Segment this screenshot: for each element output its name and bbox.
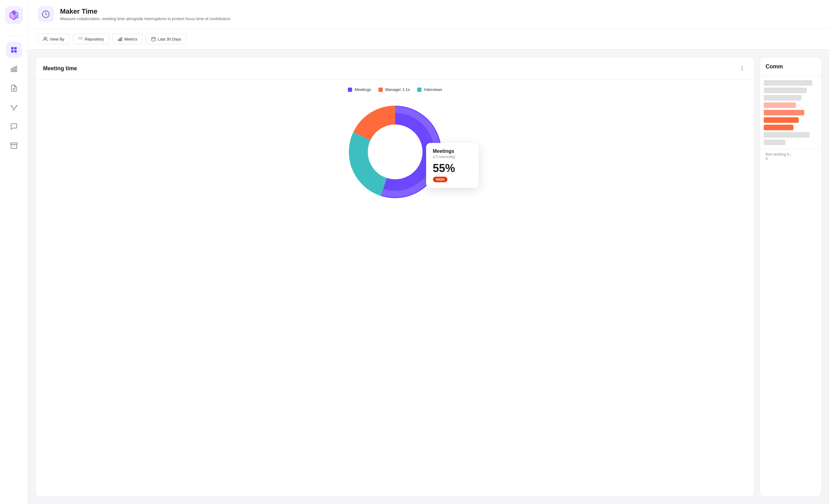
- legend-dot-interviews: [417, 87, 422, 92]
- svg-rect-1: [14, 47, 17, 49]
- bar-row: [764, 117, 799, 123]
- bar-row: [764, 102, 796, 108]
- toolbar: View By Repository Metrics: [28, 29, 829, 49]
- bar-chart-icon: [10, 65, 17, 73]
- svg-point-27: [742, 68, 742, 69]
- three-dots-icon: [739, 65, 745, 71]
- sidebar: [0, 0, 28, 504]
- tooltip-sublabel: 4.5 hours/day: [433, 155, 472, 159]
- svg-point-28: [742, 70, 742, 71]
- legend-item-interviews: Interviews: [417, 87, 442, 92]
- content-area: Meeting time Meetings: [28, 49, 829, 504]
- bar-row: [764, 132, 809, 138]
- card-menu-button[interactable]: [737, 64, 747, 73]
- view-by-label: View By: [50, 37, 64, 41]
- header-icon-box: [38, 6, 54, 22]
- sidebar-item-reports[interactable]: [6, 80, 22, 96]
- file-icon: [10, 84, 17, 92]
- header-text-block: Maker Time Measure collaboration, meetin…: [60, 7, 230, 21]
- bar-row: [764, 110, 804, 115]
- sidebar-item-achievements[interactable]: [6, 99, 22, 115]
- svg-rect-22: [152, 37, 155, 41]
- comms-card-bottom: Non working h... 0: [760, 149, 821, 164]
- svg-rect-16: [79, 39, 79, 40]
- svg-rect-17: [80, 39, 81, 40]
- svg-rect-5: [13, 67, 14, 72]
- svg-rect-6: [15, 66, 17, 72]
- page-subtitle: Measure collaboration, meeting time alon…: [60, 16, 230, 21]
- repository-icon: [78, 37, 83, 41]
- svg-rect-20: [120, 38, 121, 41]
- bar-row: [764, 95, 801, 101]
- sidebar-divider-top: [6, 36, 22, 36]
- sidebar-item-dashboard[interactable]: [6, 42, 22, 58]
- svg-rect-19: [118, 39, 119, 41]
- main-content: Maker Time Measure collaboration, meetin…: [28, 0, 829, 504]
- logo[interactable]: [5, 6, 23, 24]
- svg-rect-0: [11, 47, 13, 49]
- repository-button[interactable]: Repository: [73, 34, 109, 44]
- legend-dot-manager-1-1s: [379, 87, 383, 92]
- calendar-icon: [151, 37, 156, 41]
- legend-item-meetings: Meetings: [348, 87, 371, 92]
- repository-label: Repository: [85, 37, 104, 41]
- metrics-label: Metrics: [124, 37, 137, 41]
- people-icon: [43, 37, 48, 41]
- donut-chart: Meetings 4.5 hours/day 55% HIGH: [343, 99, 448, 205]
- comms-card: Comm Non working h... 0: [760, 57, 822, 497]
- logo-icon: [8, 10, 20, 21]
- legend-label-interviews: Interviews: [424, 87, 442, 92]
- tooltip-label: Meetings: [433, 148, 472, 154]
- sidebar-item-analytics[interactable]: [6, 61, 22, 77]
- page-header: Maker Time Measure collaboration, meetin…: [28, 0, 829, 29]
- metrics-icon: [118, 37, 122, 41]
- svg-rect-18: [81, 39, 82, 40]
- comms-bars: [760, 76, 821, 149]
- svg-point-12: [44, 37, 45, 39]
- bar-row: [764, 87, 807, 93]
- chart-legend: Meetings Manager 1:1s Interviews: [348, 87, 442, 92]
- svg-point-26: [742, 66, 742, 67]
- page-title: Maker Time: [60, 7, 230, 15]
- bar-row: [764, 140, 785, 145]
- tooltip-badge: HIGH: [433, 177, 448, 182]
- svg-point-29: [353, 110, 437, 194]
- archive-icon: [10, 142, 17, 149]
- svg-rect-4: [11, 68, 12, 72]
- clock-icon: [42, 10, 50, 18]
- tooltip-percent: 55%: [433, 163, 472, 174]
- message-icon: [10, 123, 17, 130]
- svg-rect-9: [10, 143, 17, 144]
- legend-label-meetings: Meetings: [355, 87, 371, 92]
- date-range-label: Last 30 Days: [158, 37, 181, 41]
- card-title: Meeting time: [43, 65, 77, 72]
- non-working-label: Non working h...: [765, 152, 816, 156]
- chart-tooltip: Meetings 4.5 hours/day 55% HIGH: [426, 143, 479, 188]
- view-by-button[interactable]: View By: [38, 34, 70, 44]
- trophy-icon: [10, 104, 17, 111]
- svg-rect-14: [80, 37, 81, 38]
- card-body: Meetings Manager 1:1s Interviews: [36, 80, 754, 496]
- legend-item-manager-1-1s: Manager 1:1s: [379, 87, 410, 92]
- svg-rect-21: [121, 37, 122, 41]
- non-working-value: 0: [765, 156, 816, 161]
- legend-dot-meetings: [348, 87, 352, 92]
- svg-rect-2: [11, 50, 13, 52]
- legend-label-manager-1-1s: Manager 1:1s: [385, 87, 410, 92]
- grid-icon: [10, 46, 17, 53]
- bar-row: [764, 125, 793, 130]
- metrics-button[interactable]: Metrics: [112, 34, 143, 44]
- svg-rect-15: [81, 37, 82, 38]
- svg-rect-3: [14, 50, 17, 52]
- card-header: Meeting time: [36, 57, 754, 80]
- date-range-button[interactable]: Last 30 Days: [146, 34, 187, 44]
- bar-row: [764, 80, 812, 86]
- sidebar-item-archive[interactable]: [6, 138, 22, 154]
- meeting-time-card: Meeting time Meetings: [35, 57, 755, 497]
- tooltip-indicator: [423, 159, 425, 172]
- svg-rect-13: [79, 37, 79, 38]
- sidebar-item-messages[interactable]: [6, 118, 22, 135]
- comms-card-title: Comm: [760, 57, 821, 76]
